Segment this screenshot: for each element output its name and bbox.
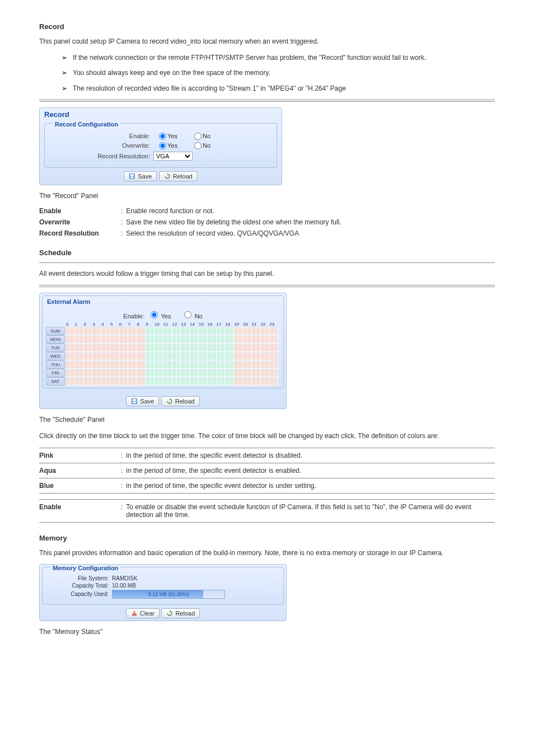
time-block[interactable] — [128, 369, 137, 377]
time-block[interactable] — [243, 353, 252, 360]
time-block[interactable] — [208, 353, 217, 360]
time-block[interactable] — [269, 361, 278, 369]
time-block[interactable] — [172, 369, 181, 377]
time-block[interactable] — [84, 344, 93, 352]
time-block[interactable] — [128, 327, 137, 335]
time-block[interactable] — [154, 327, 163, 335]
time-block[interactable] — [225, 353, 234, 360]
time-block[interactable] — [110, 361, 119, 369]
time-block[interactable] — [101, 378, 110, 386]
time-block[interactable] — [172, 344, 181, 352]
time-block[interactable] — [75, 378, 84, 386]
time-block[interactable] — [66, 353, 75, 360]
time-block[interactable] — [252, 327, 261, 335]
time-block[interactable] — [190, 327, 199, 335]
time-block[interactable] — [75, 353, 84, 360]
time-block[interactable] — [243, 327, 252, 335]
time-block[interactable] — [137, 378, 146, 386]
time-block[interactable] — [208, 344, 217, 352]
save-button[interactable]: Save — [124, 171, 157, 181]
time-block[interactable] — [92, 369, 101, 377]
time-block[interactable] — [137, 361, 146, 369]
time-block[interactable] — [252, 336, 261, 344]
time-block[interactable] — [137, 336, 146, 344]
time-block[interactable] — [181, 336, 190, 344]
time-block[interactable] — [146, 344, 154, 352]
time-block[interactable] — [208, 361, 217, 369]
time-block[interactable] — [190, 361, 199, 369]
time-block[interactable] — [234, 336, 243, 344]
time-block[interactable] — [208, 327, 217, 335]
time-block[interactable] — [208, 369, 217, 377]
time-block[interactable] — [119, 336, 128, 344]
time-block[interactable] — [181, 369, 190, 377]
time-block[interactable] — [84, 353, 93, 360]
time-block[interactable] — [154, 369, 163, 377]
time-block[interactable] — [252, 361, 261, 369]
time-block[interactable] — [84, 378, 93, 386]
time-block[interactable] — [66, 344, 75, 352]
reload-button[interactable]: Reload — [159, 171, 198, 181]
radio-sched-no[interactable] — [184, 311, 191, 318]
time-block[interactable] — [163, 378, 172, 386]
save-button[interactable]: Save — [126, 396, 159, 406]
time-block[interactable] — [163, 369, 172, 377]
time-block[interactable] — [75, 344, 84, 352]
time-block[interactable] — [269, 336, 278, 344]
time-block[interactable] — [199, 369, 208, 377]
time-block[interactable] — [181, 353, 190, 360]
radio-overwrite-no[interactable] — [194, 142, 202, 149]
time-block[interactable] — [146, 361, 154, 369]
time-block[interactable] — [225, 336, 234, 344]
time-block[interactable] — [181, 378, 190, 386]
time-block[interactable] — [217, 344, 226, 352]
time-block[interactable] — [128, 361, 137, 369]
time-block[interactable] — [137, 369, 146, 377]
radio-overwrite-yes[interactable] — [159, 142, 166, 149]
time-block[interactable] — [84, 327, 93, 335]
time-block[interactable] — [163, 327, 172, 335]
time-block[interactable] — [75, 361, 84, 369]
time-block[interactable] — [243, 369, 252, 377]
time-block[interactable] — [190, 344, 199, 352]
time-block[interactable] — [137, 327, 146, 335]
time-block[interactable] — [101, 353, 110, 360]
time-block[interactable] — [92, 361, 101, 369]
time-block[interactable] — [199, 344, 208, 352]
time-block[interactable] — [199, 378, 208, 386]
time-block[interactable] — [261, 361, 270, 369]
time-block[interactable] — [146, 378, 154, 386]
time-block[interactable] — [128, 353, 137, 360]
time-block[interactable] — [261, 327, 270, 335]
time-block[interactable] — [261, 353, 270, 360]
time-block[interactable] — [225, 369, 234, 377]
time-block[interactable] — [110, 378, 119, 386]
time-block[interactable] — [101, 344, 110, 352]
time-block[interactable] — [92, 327, 101, 335]
time-block[interactable] — [154, 336, 163, 344]
time-block[interactable] — [261, 369, 270, 377]
time-block[interactable] — [190, 378, 199, 386]
time-block[interactable] — [66, 369, 75, 377]
time-block[interactable] — [225, 327, 234, 335]
time-block[interactable] — [119, 353, 128, 360]
time-block[interactable] — [172, 378, 181, 386]
time-block[interactable] — [110, 336, 119, 344]
day-label-button[interactable]: MON — [46, 335, 65, 344]
time-block[interactable] — [225, 361, 234, 369]
time-block[interactable] — [269, 378, 278, 386]
time-block[interactable] — [252, 378, 261, 386]
time-block[interactable] — [190, 336, 199, 344]
time-block[interactable] — [137, 344, 146, 352]
time-block[interactable] — [190, 353, 199, 360]
time-block[interactable] — [252, 353, 261, 360]
time-block[interactable] — [146, 353, 154, 360]
time-block[interactable] — [269, 353, 278, 360]
time-block[interactable] — [101, 336, 110, 344]
time-block[interactable] — [128, 344, 137, 352]
time-block[interactable] — [119, 378, 128, 386]
time-block[interactable] — [225, 344, 234, 352]
time-block[interactable] — [101, 327, 110, 335]
day-label-button[interactable]: THU — [46, 360, 65, 369]
day-label-button[interactable]: TUE — [46, 344, 65, 352]
